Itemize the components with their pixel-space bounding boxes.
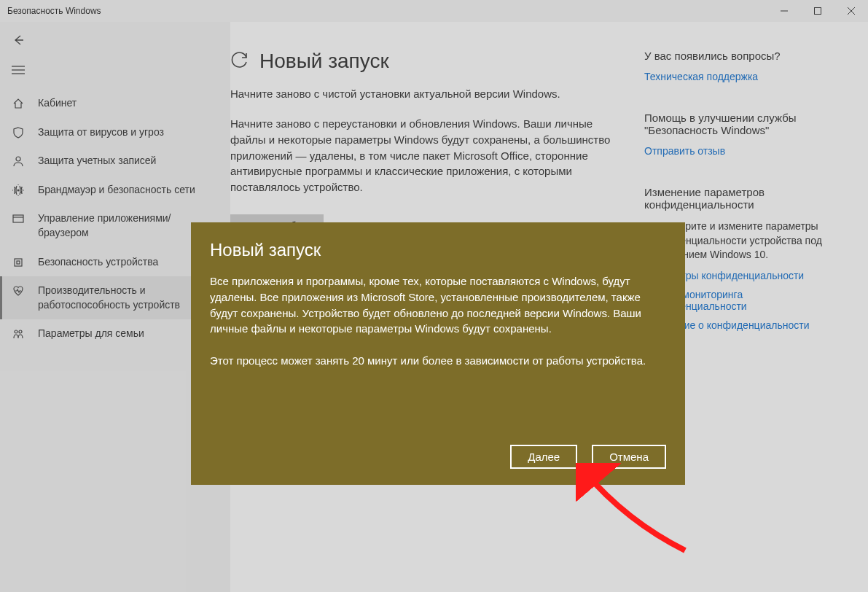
dialog-title: Новый запуск — [210, 240, 666, 260]
cancel-button[interactable]: Отмена — [592, 445, 666, 469]
next-button[interactable]: Далее — [510, 445, 577, 469]
dialog-paragraph-1: Все приложения и программы, кроме тех, к… — [210, 273, 666, 337]
dialog-paragraph-2: Этот процесс может занять 20 минут или б… — [210, 353, 666, 369]
fresh-start-dialog: Новый запуск Все приложения и программы,… — [191, 222, 685, 485]
